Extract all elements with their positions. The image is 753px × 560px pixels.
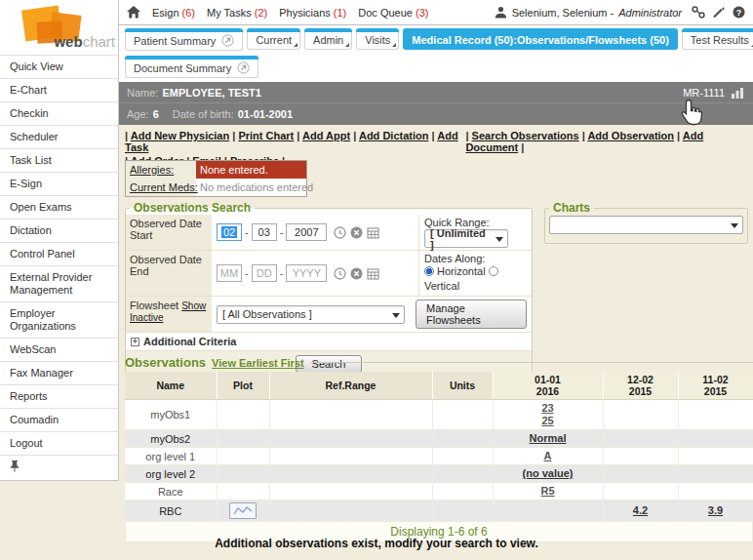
obs-value-cell xyxy=(678,400,753,430)
mr-number-wrap[interactable]: MR-1111 xyxy=(683,87,745,99)
obs-value-link[interactable]: R5 xyxy=(495,485,601,498)
start-day-input[interactable]: 03 xyxy=(252,223,277,241)
start-year-input[interactable]: 2007 xyxy=(286,223,327,241)
sidebar-item-employer-organizations[interactable]: Employer Organizations xyxy=(0,301,118,338)
tab-admin[interactable]: Admin xyxy=(304,28,352,55)
quick-range-select[interactable]: [ Unlimited ] xyxy=(424,229,508,248)
column-header-date-12-02-2015[interactable]: 12-022015 xyxy=(603,372,678,400)
sidebar-item-webscan[interactable]: WebScan xyxy=(0,338,118,361)
dropdown-arrow-icon xyxy=(392,313,400,318)
plot-chart-button[interactable] xyxy=(229,502,257,519)
obs-value-cell: 2325 xyxy=(493,400,603,430)
tab-test-results[interactable]: Test Results xyxy=(682,28,753,55)
obs-plot-cell xyxy=(217,448,269,465)
tab-visits[interactable]: Visits xyxy=(356,28,399,55)
sidebar-pin-row[interactable] xyxy=(0,455,118,480)
vertical-radio[interactable] xyxy=(489,266,498,276)
clear-date-icon[interactable] xyxy=(350,267,363,280)
sidebar-item-reports[interactable]: Reports xyxy=(0,384,118,408)
horizontal-radio[interactable] xyxy=(424,266,434,276)
allergies-link[interactable]: Allergies: xyxy=(126,161,196,179)
sidebar-item-open-exams[interactable]: Open Exams xyxy=(0,195,118,219)
tab-patient-summary[interactable]: Patient Summary xyxy=(125,28,243,55)
sidebar-item-e-sign[interactable]: E-Sign xyxy=(0,172,118,195)
obs-value-link[interactable]: (no value) xyxy=(495,467,601,480)
sidebar-item-task-list[interactable]: Task List xyxy=(0,148,118,172)
obs-value-link[interactable]: 3.9 xyxy=(681,504,751,517)
obs-plot-cell xyxy=(217,483,269,500)
topnav-item-doc-queue[interactable]: Doc Queue (3) xyxy=(358,7,428,19)
obs-value-cell xyxy=(678,465,753,483)
column-header-date-01-01-2016[interactable]: 01-012016 xyxy=(493,372,603,400)
sidebar-item-logout[interactable]: Logout xyxy=(0,431,118,455)
topnav-item-esign[interactable]: Esign (6) xyxy=(152,7,195,19)
obs-value-link[interactable]: A xyxy=(495,450,601,462)
clock-icon[interactable] xyxy=(334,267,346,280)
end-month-input[interactable]: MM xyxy=(217,264,242,282)
sidebar-item-scheduler[interactable]: Scheduler xyxy=(0,125,118,148)
end-day-input[interactable]: DD xyxy=(252,264,277,282)
calendar-icon[interactable] xyxy=(367,267,379,280)
clear-date-icon[interactable] xyxy=(350,226,363,239)
obs-value-link[interactable]: Normal xyxy=(495,432,601,445)
charts-select[interactable] xyxy=(549,216,743,234)
tab-body: Patient Summary xyxy=(125,32,243,51)
home-icon[interactable] xyxy=(127,6,140,19)
horizontal-radio-label: Horizontal xyxy=(437,265,486,277)
charts-title: Charts xyxy=(549,201,594,215)
end-year-input[interactable]: YYYY xyxy=(286,264,327,282)
quicklink-add-appt[interactable]: Add Appt xyxy=(302,130,350,141)
obs-plot-cell xyxy=(217,500,269,522)
flowsheet-select[interactable]: [ All Observations ] xyxy=(217,305,405,324)
tab-label: Test Results xyxy=(691,34,749,46)
tab-current[interactable]: Current xyxy=(247,28,300,55)
obs-value-cell xyxy=(603,400,678,430)
sidebar-item-control-panel[interactable]: Control Panel xyxy=(0,242,118,265)
user-name: Selenium, Selenium - xyxy=(512,7,614,19)
quicklink-add-new-physician[interactable]: Add New Physician xyxy=(131,130,229,141)
tab-medical-record-50-observations-flowsheets-50[interactable]: Medical Record (50):Observations/Flowshe… xyxy=(403,28,677,55)
start-month-input[interactable]: 02 xyxy=(217,223,242,241)
sidebar-item-checkin[interactable]: Checkin xyxy=(0,101,118,125)
quicklink-add-observation[interactable]: Add Observation xyxy=(587,130,674,141)
sidebar-item-quick-view[interactable]: Quick View xyxy=(0,55,118,78)
obs-value-cell xyxy=(603,448,678,465)
obs-value-cell xyxy=(603,465,678,483)
obs-name-cell: Race xyxy=(125,483,217,500)
tab-label: Patient Summary xyxy=(134,35,216,47)
topnav-item-my-tasks[interactable]: My Tasks (2) xyxy=(207,7,267,19)
title-rule xyxy=(310,362,753,363)
obs-value-link[interactable]: 4.2 xyxy=(606,504,676,517)
sidebar-item-fax-manager[interactable]: Fax Manager xyxy=(0,361,118,384)
calendar-icon[interactable] xyxy=(367,226,379,239)
pushpin-icon[interactable] xyxy=(10,460,20,472)
obs-value-link[interactable]: 23 xyxy=(495,402,601,415)
column-header-date-11-02-2015[interactable]: 11-022015 xyxy=(678,372,753,400)
help-icon[interactable]: ? xyxy=(733,6,745,19)
additional-criteria-toggle[interactable]: + Additional Criteria xyxy=(126,333,532,351)
sidebar-item-coumadin[interactable]: Coumadin xyxy=(0,408,118,431)
dates-along-options: Horizontal Vertical xyxy=(424,264,527,294)
sidebar-item-e-chart[interactable]: E-Chart xyxy=(0,78,118,101)
quicklink-print-chart[interactable]: Print Chart xyxy=(238,130,294,141)
sidebar-item-dictation[interactable]: Dictation xyxy=(0,219,118,242)
tab-document-summary[interactable]: Document Summary xyxy=(125,56,258,82)
bar-chart-icon[interactable] xyxy=(731,87,745,99)
wand-icon[interactable] xyxy=(712,6,726,19)
top-navbar: Esign (6)My Tasks (2)Physicians (1)Doc Q… xyxy=(119,0,753,25)
link-icon[interactable] xyxy=(692,6,705,19)
current-meds-link[interactable]: Current Meds: xyxy=(126,179,196,196)
allergies-value: None entered. xyxy=(196,161,306,179)
user-menu[interactable]: Selenium, Selenium - Administrator xyxy=(495,6,682,19)
manage-flowsheets-button[interactable]: Manage Flowsheets xyxy=(416,300,527,329)
topnav-item-physicians[interactable]: Physicians (1) xyxy=(279,7,346,19)
flowsheet-controls: [ All Observations ] Manage Flowsheets xyxy=(212,297,532,332)
sidebar-item-external-provider-management[interactable]: External Provider Management xyxy=(0,265,118,301)
obs-value-link[interactable]: 25 xyxy=(495,415,601,427)
quicklink-add-dictation[interactable]: Add Dictation xyxy=(359,130,429,141)
clock-icon[interactable] xyxy=(334,226,346,239)
tab-label: Current xyxy=(256,34,292,46)
view-earliest-first-link[interactable]: View Earliest First xyxy=(212,357,304,369)
quicklink-search-observations[interactable]: Search Observations xyxy=(472,130,579,141)
dropdown-arrow-icon xyxy=(495,237,503,242)
